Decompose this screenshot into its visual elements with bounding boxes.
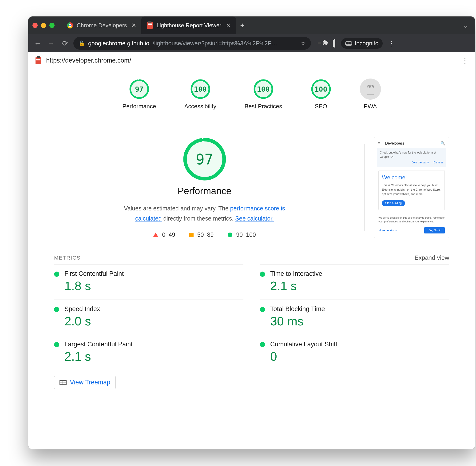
metric-name: Total Blocking Time	[270, 305, 325, 313]
extensions-area: Incognito	[317, 38, 383, 49]
metric-value: 2.0 s	[64, 314, 100, 328]
see-calculator-link[interactable]: See calculator.	[235, 215, 274, 222]
new-tab-button[interactable]: +	[236, 16, 249, 34]
preview-banner: Check out what's new for the web platfor…	[377, 148, 446, 167]
circle-icon	[228, 233, 232, 237]
expand-view-toggle[interactable]: Expand view	[415, 254, 449, 261]
preview-banner-link: Join the party	[412, 160, 429, 164]
gauge-label: Accessibility	[184, 103, 216, 110]
metric-name: Time to Interactive	[270, 270, 322, 278]
chrome-icon	[67, 22, 73, 29]
metric-name: First Contentful Paint	[64, 270, 124, 278]
lighthouse-icon	[35, 57, 42, 65]
gauge-label: Performance	[122, 103, 156, 110]
metric-largest-contentful-paint: Largest Contentful Paint2.1 s	[54, 335, 243, 370]
url-path: /lighthouse/viewer/?psiurl=https%3A%2F%2…	[153, 40, 277, 47]
preview-more-details: More details ↗	[378, 229, 397, 232]
side-panel-icon[interactable]	[334, 40, 335, 47]
metric-name: Cumulative Layout Shift	[270, 341, 337, 348]
tab-strip: Chrome Developers ✕ Lighthouse Report Vi…	[62, 16, 461, 34]
metrics-section: METRICS Expand view First Contentful Pai…	[28, 245, 475, 398]
status-dot-icon	[260, 307, 265, 312]
lighthouse-icon	[146, 22, 153, 29]
bookmark-icon[interactable]: ☆	[300, 40, 306, 47]
address-bar: ← → ⟳ 🔒 googlechrome.github.io/lighthous…	[28, 34, 475, 52]
forward-button[interactable]: →	[46, 38, 57, 48]
tab-lighthouse-report[interactable]: Lighthouse Report Viewer ✕	[141, 16, 236, 34]
gauge-pwa[interactable]: PWAPWA	[360, 79, 381, 110]
metric-value: 0	[270, 350, 337, 363]
report-url: https://developer.chrome.com/	[46, 57, 131, 64]
incognito-label: Incognito	[355, 40, 378, 47]
metric-name: Largest Contentful Paint	[64, 341, 133, 348]
search-icon: 🔍	[440, 141, 445, 146]
extensions-icon[interactable]	[322, 39, 328, 47]
status-dot-icon	[54, 307, 59, 312]
legend-good: 90–100	[228, 231, 256, 238]
titlebar: Chrome Developers ✕ Lighthouse Report Vi…	[28, 16, 475, 34]
view-treemap-button[interactable]: View Treemap	[54, 376, 116, 389]
minimize-window-button[interactable]	[41, 23, 46, 28]
preview-brand: Developers	[385, 141, 404, 146]
close-tab-icon[interactable]: ✕	[131, 22, 136, 29]
metric-time-to-interactive: Time to Interactive2.1 s	[260, 264, 449, 300]
performance-score: 97	[182, 137, 227, 182]
metric-value: 30 ms	[270, 314, 325, 328]
metric-cumulative-layout-shift: Cumulative Layout Shift0	[260, 335, 449, 370]
close-tab-icon[interactable]: ✕	[226, 22, 231, 29]
maximize-window-button[interactable]	[49, 23, 55, 28]
tab-overflow-button[interactable]: ⌄	[461, 22, 471, 29]
square-icon	[189, 233, 193, 237]
tab-label: Lighthouse Report Viewer	[156, 22, 221, 29]
tab-chrome-developers[interactable]: Chrome Developers ✕	[62, 16, 141, 34]
view-treemap-label: View Treemap	[70, 379, 110, 386]
performance-summary: 97 Performance Values are estimated and …	[54, 137, 355, 238]
close-window-button[interactable]	[33, 23, 38, 28]
gauge-label: SEO	[315, 103, 327, 110]
gauge-label: Best Practices	[245, 103, 282, 110]
status-dot-icon	[54, 342, 59, 347]
pwa-badge: PWA	[360, 79, 381, 100]
status-dot-icon	[54, 272, 59, 277]
metric-value: 2.1 s	[270, 279, 322, 293]
status-dot-icon	[260, 342, 265, 347]
gauge-label: PWA	[364, 103, 377, 110]
report-toolbar: https://developer.chrome.com/ ⋮	[28, 52, 475, 69]
browser-window: Chrome Developers ✕ Lighthouse Report Vi…	[28, 16, 475, 449]
page-screenshot-preview: ≡ Developers 🔍 Check out what's new for …	[374, 137, 449, 238]
report-menu-button[interactable]: ⋮	[461, 57, 468, 65]
legend-average: 50–89	[189, 231, 214, 238]
performance-gauge: 97	[182, 137, 227, 182]
gauge-best-practices[interactable]: 100Best Practices	[245, 79, 282, 110]
performance-section: 97 Performance Values are estimated and …	[28, 118, 475, 245]
gauge-performance[interactable]: 97Performance	[122, 79, 156, 110]
preview-welcome-card: Welcome! This is Chrome's official site …	[378, 170, 445, 210]
gauge-score: 100	[310, 79, 332, 100]
preview-cookie-text: We serve cookies on this site to analyze…	[377, 213, 446, 226]
incognito-badge[interactable]: Incognito	[341, 38, 383, 49]
gauge-score: 100	[253, 79, 274, 100]
url-host: googlechrome.github.io	[88, 40, 149, 47]
triangle-icon	[153, 233, 158, 237]
reload-button[interactable]: ⟳	[60, 38, 70, 48]
score-legend: 0–49 50–89 90–100	[153, 231, 256, 238]
omnibox[interactable]: 🔒 googlechrome.github.io/lighthouse/view…	[73, 37, 311, 50]
metric-name: Speed Index	[64, 305, 100, 313]
browser-menu-button[interactable]: ⋮	[386, 39, 397, 47]
hamburger-icon: ≡	[378, 141, 381, 146]
metric-value: 1.8 s	[64, 279, 124, 293]
divider	[364, 144, 365, 231]
preview-welcome-body: This is Chrome's official site to help y…	[382, 183, 441, 197]
gauge-seo[interactable]: 100SEO	[310, 79, 332, 110]
preview-ok-button: Ok, Got it	[424, 227, 445, 233]
back-button[interactable]: ←	[33, 38, 43, 48]
metric-speed-index: Speed Index2.0 s	[54, 300, 243, 335]
incognito-icon	[345, 41, 352, 46]
window-controls	[33, 23, 55, 28]
preview-welcome-title: Welcome!	[382, 174, 441, 181]
gauge-accessibility[interactable]: 100Accessibility	[184, 79, 216, 110]
metric-total-blocking-time: Total Blocking Time30 ms	[260, 300, 449, 335]
preview-cta-button: Start building	[382, 200, 405, 206]
performance-description: Values are estimated and may vary. The p…	[122, 203, 287, 223]
preview-banner-dismiss: Dismiss	[433, 160, 443, 164]
